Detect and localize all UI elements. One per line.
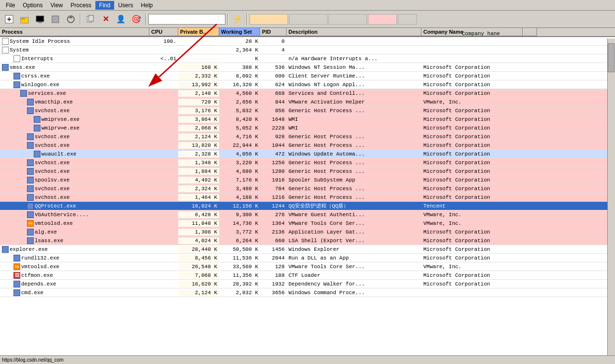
col-cpu[interactable]: CPU: [149, 28, 178, 36]
toolbar-screen-btn[interactable]: [33, 13, 47, 26]
cpu-cell: 100.: [149, 38, 178, 45]
pid-cell: 856: [260, 107, 287, 114]
table-row[interactable]: wmiprv∞e.exe2,068 K5,052 K2228WMIMicroso…: [0, 124, 615, 132]
toolbar-filter-btn[interactable]: ⚡: [230, 13, 245, 26]
cpu-cell: [149, 76, 178, 77]
process-name-cell: vmvmtoolsd.exe: [0, 220, 149, 227]
toolbar-cross-btn[interactable]: ✕: [98, 13, 113, 26]
process-name: vmtoolsd.exe: [21, 264, 59, 270]
toolbar-open-btn[interactable]: [17, 13, 32, 26]
private-bytes-cell: 26,540 K: [178, 263, 219, 270]
company-cell: Microsoft Corporation: [421, 185, 523, 192]
company-cell: Microsoft Corporation: [421, 116, 523, 123]
toolbar-search-input[interactable]: [148, 14, 225, 25]
menu-help[interactable]: Help: [137, 1, 157, 10]
process-name-cell: svchost.exe: [0, 159, 149, 167]
table-row[interactable]: smss.exe168 K388 K536Windows NT Session …: [0, 63, 615, 72]
pid-cell: 660: [260, 237, 287, 244]
table-row[interactable]: alg.exe1,308 K3,772 K2136Application Lay…: [0, 228, 615, 236]
table-row[interactable]: svchost.exe13,820 K22,944 K1044Generic H…: [0, 141, 615, 150]
process-name-cell: alg.exe: [0, 228, 149, 236]
toolbar-refresh-btn[interactable]: [64, 13, 78, 26]
process-name-cell: explorer.exe: [0, 246, 149, 253]
table-row[interactable]: depends.exe16,620 K28,392 K1932Dependenc…: [0, 280, 615, 288]
vertical-scrollbar[interactable]: [607, 39, 615, 364]
table-row[interactable]: explorer.exe28,440 K50,500 K1456Windows …: [0, 245, 615, 254]
cpu-cell: [149, 110, 178, 111]
table-row[interactable]: cmd.exe2,124 K2,832 K3656Windows Command…: [0, 288, 615, 297]
process-name: lsass.exe: [35, 238, 63, 244]
table-row[interactable]: rundl132.exe8,456 K11,536 K2044Run a DLL…: [0, 254, 615, 262]
menu-process[interactable]: Process: [67, 1, 95, 10]
private-bytes-cell: 1,348 K: [178, 159, 219, 166]
table-row[interactable]: csrss.exe2,332 K8,092 K600Client Server …: [0, 72, 615, 80]
col-company[interactable]: Company Name: [421, 28, 523, 36]
pid-cell: 188: [260, 272, 287, 279]
toolbar-box3: [328, 14, 367, 25]
cpu-cell: [149, 136, 178, 137]
menu-file[interactable]: File: [2, 1, 19, 10]
table-row[interactable]: svchost.exe1,348 K3,220 K1256Generic Hos…: [0, 158, 615, 167]
table-row[interactable]: QQProtect.exe16,024 K12,156 K1244QQ安全防护进…: [0, 202, 615, 210]
process-name: explorer.exe: [10, 247, 48, 252]
col-desc[interactable]: Description: [287, 28, 421, 36]
menu-users[interactable]: Users: [114, 1, 137, 10]
table-row[interactable]: svchost.exe2,324 K3,480 K784Generic Host…: [0, 184, 615, 193]
company-cell: VMware, Inc.: [421, 263, 523, 270]
table-row[interactable]: svchost.exe1,884 K4,680 K1280Generic Hos…: [0, 167, 615, 176]
table-row[interactable]: svchost.exe1,464 K4,188 K1216Generic Hos…: [0, 193, 615, 202]
table-row[interactable]: wuauclt.exe2,328 K4,056 K472Windows Upda…: [0, 150, 615, 158]
process-name: depends.exe: [21, 281, 56, 287]
working-set-cell: 12,156 K: [219, 203, 260, 209]
pid-cell: 276: [260, 211, 287, 218]
menu-find[interactable]: Find: [95, 1, 114, 10]
col-pid[interactable]: PID: [260, 28, 287, 36]
col-private[interactable]: Private B...: [178, 28, 219, 36]
description-cell: CTF Loader: [287, 272, 421, 279]
table-row[interactable]: svchost.exe2,124 K4,716 K928Generic Host…: [0, 132, 615, 141]
table-row[interactable]: vmacthip.exe720 K2,656 K844VMware Activa…: [0, 98, 615, 106]
toolbar-gray-btn[interactable]: [48, 13, 63, 26]
table-row[interactable]: spoolsv.exe4,492 K7,176 K1916Spooler Sub…: [0, 176, 615, 184]
private-bytes-cell: 2,068 K: [178, 125, 219, 131]
company-cell: [421, 58, 523, 59]
col-working[interactable]: Working Set: [219, 28, 260, 36]
table-row[interactable]: wmiprvsе.exe3,864 K8,420 K1648WMIMicroso…: [0, 115, 615, 124]
table-row[interactable]: winlogon.exe13,992 K16,320 K624Windows N…: [0, 80, 615, 89]
table-row[interactable]: System Idle Process100.28 K0: [0, 37, 615, 46]
toolbar-people-btn[interactable]: 👤: [114, 13, 128, 26]
description-cell: VMware Activation Helper: [287, 99, 421, 105]
table-row[interactable]: 🖼ctfmon.exe7,068 K11,356 K188CTF LoaderM…: [0, 271, 615, 280]
cpu-cell: [149, 284, 178, 285]
private-bytes-cell: 16,620 K: [178, 281, 219, 287]
toolbar-target-btn[interactable]: 🎯: [129, 13, 144, 26]
table-row[interactable]: vmvmtoolsd.exe11,848 K14,736 K1364VMware…: [0, 219, 615, 228]
toolbar-copy-btn[interactable]: [83, 13, 97, 26]
scrollbar-thumb[interactable]: [608, 43, 615, 72]
menu-view[interactable]: View: [47, 1, 67, 10]
private-bytes-cell: 4,024 K: [178, 237, 219, 244]
private-bytes-cell: 2,148 K: [178, 90, 219, 97]
private-bytes-cell: 168 K: [178, 64, 219, 71]
cpu-cell: [149, 292, 178, 293]
process-name-cell: svchost.exe: [0, 142, 149, 149]
toolbar-new-btn[interactable]: [2, 13, 16, 26]
process-name-cell: cmd.exe: [0, 289, 149, 297]
table-row[interactable]: services.exe2,148 K4,560 K668Services an…: [0, 89, 615, 98]
process-name-cell: svchost.exe: [0, 168, 149, 175]
table-row[interactable]: System2,364 K4: [0, 46, 615, 54]
working-set-cell: 28,392 K: [219, 281, 260, 287]
process-name-cell: spoolsv.exe: [0, 176, 149, 184]
pid-cell: 1044: [260, 142, 287, 149]
status-text: https://blog.csdn.net/qq_com: [2, 357, 64, 363]
col-extra: [523, 28, 537, 36]
table-row[interactable]: vmvmtoolsd.exe26,540 K33,560 K128VMware …: [0, 262, 615, 271]
table-row[interactable]: Interrupts<..01Kn/a Hardware Interrupts …: [0, 54, 615, 63]
private-bytes-cell: 8,456 K: [178, 255, 219, 261]
process-name: svchost.exe: [35, 169, 70, 174]
col-process[interactable]: Process: [0, 28, 149, 36]
menu-options[interactable]: Options: [19, 1, 46, 10]
table-row[interactable]: svchost.exe3,176 K5,032 K856Generic Host…: [0, 106, 615, 115]
table-row[interactable]: lsass.exe4,024 K6,264 K660LSA Shell (Exp…: [0, 236, 615, 245]
table-row[interactable]: VGAuthService....6,428 K9,300 K276VMware…: [0, 210, 615, 219]
